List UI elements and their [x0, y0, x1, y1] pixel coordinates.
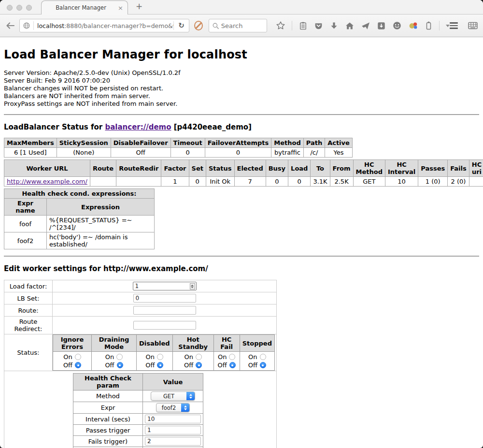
- cell-path: /c/: [303, 148, 325, 158]
- col-disabled: Disabled: [137, 335, 173, 352]
- reload-icon[interactable]: ↻: [174, 21, 189, 30]
- hc-row-method: Method GET: [73, 390, 203, 402]
- load-factor-input[interactable]: [133, 282, 197, 290]
- off-label: Off: [184, 361, 193, 369]
- expr-select[interactable]: foof2: [156, 403, 190, 412]
- search-bar[interactable]: [209, 19, 267, 32]
- fails-input[interactable]: [145, 437, 201, 446]
- table-header-row: Expr name Expression: [4, 199, 155, 216]
- health-check-param-table: Health Check param Value Method GET: [73, 373, 203, 448]
- server-info: Server Version: Apache/2.5.0-dev (Unix) …: [4, 69, 479, 108]
- cell-to: 3.1K: [311, 177, 330, 187]
- off-label: Off: [218, 361, 227, 369]
- route-input[interactable]: [133, 306, 196, 315]
- send-icon[interactable]: [361, 21, 370, 30]
- col-ignore-errors: Ignore Errors: [53, 335, 92, 352]
- disabled-on-radio[interactable]: [157, 354, 163, 360]
- ignore-errors-on-radio[interactable]: [75, 354, 81, 360]
- ignore-errors-off-radio[interactable]: [75, 362, 81, 368]
- hot-standby-on-radio[interactable]: [196, 354, 202, 360]
- window-minimize-button[interactable]: [16, 5, 22, 11]
- star-icon[interactable]: [276, 21, 285, 30]
- download-icon[interactable]: [329, 21, 339, 30]
- col-route: Route: [90, 160, 116, 177]
- col-expression: Expression: [47, 199, 155, 216]
- expr-table-title: Health check cond. expressions:: [4, 189, 155, 199]
- on-label: On: [218, 353, 227, 361]
- edit-worker-form: Load factor: LB Set: Route: Route Redire…: [4, 280, 277, 448]
- hot-standby-off-radio[interactable]: [196, 362, 202, 368]
- balancer-status-table: MaxMembers StickySession DisableFailover…: [4, 138, 353, 158]
- draining-mode-on-radio[interactable]: [116, 354, 123, 360]
- proxypass-note-line: ProxyPass settings are NOT inherited fro…: [4, 100, 479, 108]
- cell-set: 0: [189, 177, 206, 187]
- pocket-icon[interactable]: [314, 21, 323, 30]
- colored-dots-icon[interactable]: [408, 21, 418, 30]
- cell-disablefailover: Off: [111, 148, 170, 158]
- passes-input[interactable]: [145, 426, 201, 434]
- smiley-icon[interactable]: [392, 21, 402, 30]
- reading-list-icon[interactable]: [298, 21, 308, 30]
- window-controls: [7, 5, 32, 11]
- tab-title: Balancer Manager: [42, 4, 114, 11]
- draining-mode-off-radio[interactable]: [117, 362, 123, 368]
- interval-input[interactable]: [145, 415, 201, 423]
- route-label: Route:: [4, 304, 53, 317]
- hc-row-expr: Expr foof2: [73, 402, 203, 414]
- home-icon[interactable]: [345, 21, 355, 30]
- battery-icon[interactable]: [425, 21, 433, 30]
- cell-expr-name: foof2: [4, 232, 47, 249]
- table-header-row: Worker URL Route RouteRedir Factor Set S…: [4, 160, 483, 177]
- worker-status-table: Worker URL Route RouteRedir Factor Set S…: [4, 159, 483, 187]
- col-maxmembers: MaxMembers: [4, 138, 57, 148]
- url-bar[interactable]: localhost:8880/balancer-manager?b=demo&w…: [19, 19, 189, 32]
- server-version-line: Server Version: Apache/2.5.0-dev (Unix) …: [4, 69, 479, 77]
- window-close-button[interactable]: [7, 5, 13, 11]
- browser-tab[interactable]: Balancer Manager ×: [41, 0, 128, 14]
- navigation-toolbar: localhost:8880/balancer-manager?b=demo&w…: [0, 14, 483, 37]
- col-busy: Busy: [266, 160, 288, 177]
- edit-worker-heading: Edit worker settings for http://www.exam…: [4, 264, 479, 273]
- col-hc-interval: HC Interval: [385, 160, 418, 177]
- window-zoom-button[interactable]: [26, 5, 32, 11]
- cell-elected: 7: [234, 177, 266, 187]
- cell-failoverattempts: 0: [205, 148, 271, 158]
- passes-label: Passes trigger: [73, 425, 143, 436]
- stopped-on-radio[interactable]: [260, 354, 266, 360]
- col-draining-mode: Draining Mode: [91, 335, 136, 352]
- lb-set-input[interactable]: [133, 294, 196, 303]
- load-factor-label: Load factor:: [4, 280, 53, 292]
- dropdown-caret-icon[interactable]: [446, 25, 450, 27]
- back-icon[interactable]: [5, 21, 15, 30]
- grid-icon[interactable]: [468, 21, 478, 30]
- col-factor: Factor: [161, 160, 189, 177]
- cell-expression: %{REQUEST_STATUS} =~ /^[234]/: [47, 216, 155, 232]
- browser-window: Balancer Manager × + localhost:8880/bala…: [0, 0, 483, 448]
- stopped-off-radio[interactable]: [260, 362, 266, 368]
- method-select[interactable]: GET: [151, 391, 195, 401]
- hc-fail-on-radio[interactable]: [229, 354, 235, 360]
- blocked-icon[interactable]: [194, 21, 203, 30]
- menu-icon[interactable]: [450, 22, 458, 29]
- divider: [4, 256, 479, 257]
- form-row-route: Route:: [4, 304, 277, 317]
- col-timeout: Timeout: [170, 138, 205, 148]
- method-selected-value: GET: [151, 393, 186, 400]
- search-input[interactable]: [221, 22, 264, 29]
- new-tab-button[interactable]: +: [128, 0, 142, 14]
- server-built-line: Server Built: Feb 9 2016 07:00:20: [4, 77, 479, 85]
- disabled-off-radio[interactable]: [157, 362, 163, 368]
- route-redirect-input[interactable]: [133, 321, 196, 330]
- expr-label: Expr: [73, 402, 143, 414]
- tab-close-icon[interactable]: ×: [114, 4, 128, 12]
- globe-icon: [20, 22, 33, 29]
- col-hc-uri: HC uri: [469, 160, 483, 177]
- square-download-icon[interactable]: [377, 21, 386, 30]
- number-spinner-icon[interactable]: [190, 283, 195, 289]
- off-label: Off: [145, 361, 155, 369]
- expr-selected-value: foof2: [156, 405, 181, 411]
- cell-passes: 1 (0): [418, 177, 448, 187]
- balancer-link[interactable]: balancer://demo: [105, 123, 171, 131]
- hc-fail-off-radio[interactable]: [229, 362, 236, 368]
- worker-url-link[interactable]: http://www.example.com/: [7, 178, 87, 185]
